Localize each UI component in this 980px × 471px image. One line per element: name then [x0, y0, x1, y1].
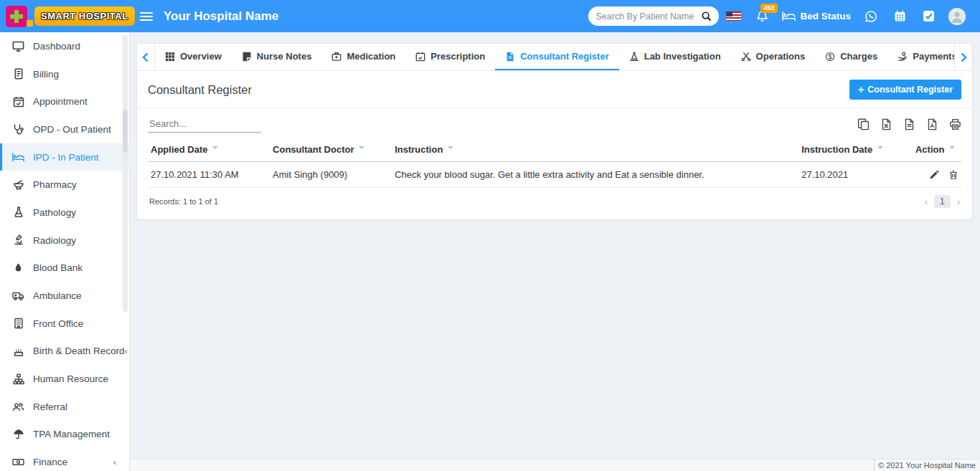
user-menu[interactable] — [943, 8, 971, 25]
flask-icon — [12, 206, 24, 219]
sidebar-item-billing[interactable]: Billing — [0, 60, 129, 88]
sidebar-item-label: Pathology — [33, 207, 76, 218]
sidebar-item-finance[interactable]: Finance ‹ — [0, 448, 129, 471]
notifications-button[interactable]: 453 — [748, 10, 776, 22]
copy-icon[interactable] — [857, 118, 870, 130]
hand-coin-icon — [897, 52, 908, 62]
bed-icon — [12, 151, 24, 163]
tab-label: Nurse Notes — [257, 51, 312, 62]
tabs-scroll-right-button[interactable] — [954, 44, 972, 70]
sidebar-item-ambulance[interactable]: Ambulance — [0, 282, 129, 310]
sidebar-item-pathology[interactable]: Pathology — [0, 199, 129, 227]
pdf-export-icon[interactable] — [926, 118, 938, 130]
medkit-icon — [331, 52, 341, 62]
cell-instruction: Check your blood sugar. Get a little ext… — [392, 162, 798, 188]
sidebar-item-label: Ambulance — [33, 290, 82, 301]
tabs-scroll-left-button[interactable] — [137, 44, 155, 70]
sidebar-item-referral[interactable]: Referral — [0, 393, 129, 421]
page-prev-icon[interactable]: ‹ — [925, 196, 928, 207]
search-icon[interactable] — [701, 11, 712, 22]
cell-applied-date: 27.10.2021 11:30 AM — [148, 162, 270, 188]
app-title: Your Hospital Name — [164, 9, 278, 24]
language-flag[interactable] — [719, 11, 748, 21]
sidebar-item-pharmacy[interactable]: Pharmacy — [0, 171, 129, 199]
sidebar-item-birth-death-record[interactable]: Birth & Death Record ‹ — [0, 338, 129, 366]
tab-label: Consultant Register — [520, 51, 609, 62]
column-header-instruction[interactable]: Instruction — [392, 138, 798, 162]
pagination: ‹ 1 › — [925, 195, 960, 208]
tab-nurse-notes[interactable]: Nurse Notes — [232, 44, 322, 70]
sidebar-item-opd[interactable]: OPD - Out Patient — [0, 115, 129, 143]
tabs-viewport: Overview Nurse Notes Medication Prescrip… — [155, 44, 954, 70]
table-row[interactable]: 27.10.2021 11:30 AM Amit Singh (9009) Ch… — [148, 162, 961, 188]
patient-search[interactable] — [588, 6, 719, 26]
page-title: Consultant Register — [148, 83, 252, 97]
tab-consultant-register[interactable]: Consultant Register — [495, 44, 619, 70]
tab-medication[interactable]: Medication — [321, 44, 405, 70]
sidebar-item-tpa-management[interactable]: TPA Management — [0, 421, 129, 449]
sidebar-item-ipd[interactable]: IPD - In Patient — [0, 143, 129, 171]
sidebar-scrollbar-thumb[interactable] — [123, 110, 128, 153]
sort-caret-icon — [949, 146, 955, 152]
grid-icon — [165, 52, 175, 62]
tab-lab-investigation[interactable]: Lab Investigation — [619, 44, 731, 70]
tab-overview[interactable]: Overview — [155, 44, 232, 70]
billing-icon — [12, 68, 24, 80]
sidebar-item-radiology[interactable]: Radiology — [0, 227, 129, 254]
sidebar-item-label: Front Office — [33, 318, 83, 329]
users-icon — [12, 401, 24, 413]
chevron-left-icon: ‹ — [125, 346, 130, 356]
table-search-input[interactable] — [148, 115, 261, 133]
tab-prescription[interactable]: Prescription — [405, 44, 495, 70]
sidebar-item-label: OPD - Out Patient — [33, 124, 111, 135]
sort-caret-icon — [448, 146, 453, 152]
sidebar-item-appointment[interactable]: Appointment — [0, 87, 129, 115]
money-icon — [12, 456, 24, 468]
delete-trash-icon[interactable] — [948, 170, 958, 180]
tab-label: Prescription — [430, 51, 485, 62]
page-next-icon[interactable]: › — [957, 196, 960, 207]
sidebar-item-label: Appointment — [33, 96, 88, 107]
whatsapp-icon — [864, 10, 877, 23]
column-header-consultant-doctor[interactable]: Consultant Doctor — [270, 138, 392, 162]
tab-operations[interactable]: Operations — [731, 44, 816, 70]
note-icon — [242, 52, 252, 62]
export-toolbar — [857, 118, 961, 133]
menu-toggle-icon[interactable] — [140, 11, 153, 22]
sidebar-item-label: Dashboard — [33, 41, 80, 52]
tab-label: Operations — [756, 51, 806, 62]
calendar-button[interactable] — [885, 10, 914, 22]
copyright-text: © 2021 Your Hospital Name — [874, 460, 980, 471]
whatsapp-button[interactable] — [857, 10, 885, 23]
sidebar-item-dashboard[interactable]: Dashboard — [0, 32, 129, 60]
sidebar-item-blood-bank[interactable]: Blood Bank — [0, 254, 129, 282]
column-header-applied-date[interactable]: Applied Date — [148, 138, 270, 162]
column-header-action[interactable]: Action — [913, 138, 961, 162]
sort-caret-icon — [359, 146, 364, 152]
excel-export-icon[interactable] — [880, 118, 892, 130]
sidebar-item-label: IPD - In Patient — [33, 152, 99, 163]
print-icon[interactable] — [949, 118, 961, 130]
bed-status-label: Bed Status — [800, 11, 851, 22]
brand-logo[interactable]: SMART HOSPITAL — [0, 4, 130, 29]
sidebar-item-front-office[interactable]: Front Office — [0, 310, 129, 338]
sidebar-item-human-resource[interactable]: Human Resource — [0, 365, 129, 393]
edit-pencil-icon[interactable] — [929, 170, 939, 180]
column-header-instruction-date[interactable]: Instruction Date — [798, 138, 913, 162]
tasks-button[interactable] — [914, 10, 943, 22]
sitemap-icon — [12, 373, 24, 385]
tab-label: Charges — [840, 51, 877, 62]
add-consultant-register-button[interactable]: + Consultant Register — [849, 80, 961, 100]
tab-payments[interactable]: Payments — [887, 44, 954, 70]
microscope-icon — [12, 234, 24, 247]
patient-search-input[interactable] — [595, 11, 701, 22]
page-number[interactable]: 1 — [934, 195, 951, 208]
sidebar-item-label: Human Resource — [33, 374, 108, 384]
sidebar-scrollbar-track[interactable] — [123, 35, 128, 312]
records-summary: Records: 1 to 1 of 1 — [149, 197, 218, 206]
csv-export-icon[interactable] — [903, 118, 915, 130]
appointment-icon — [12, 95, 24, 108]
top-navbar: SMART HOSPITAL Your Hospital Name 453 Be… — [0, 0, 980, 32]
tab-charges[interactable]: Charges — [815, 44, 887, 70]
bed-status-button[interactable]: Bed Status — [782, 11, 851, 22]
